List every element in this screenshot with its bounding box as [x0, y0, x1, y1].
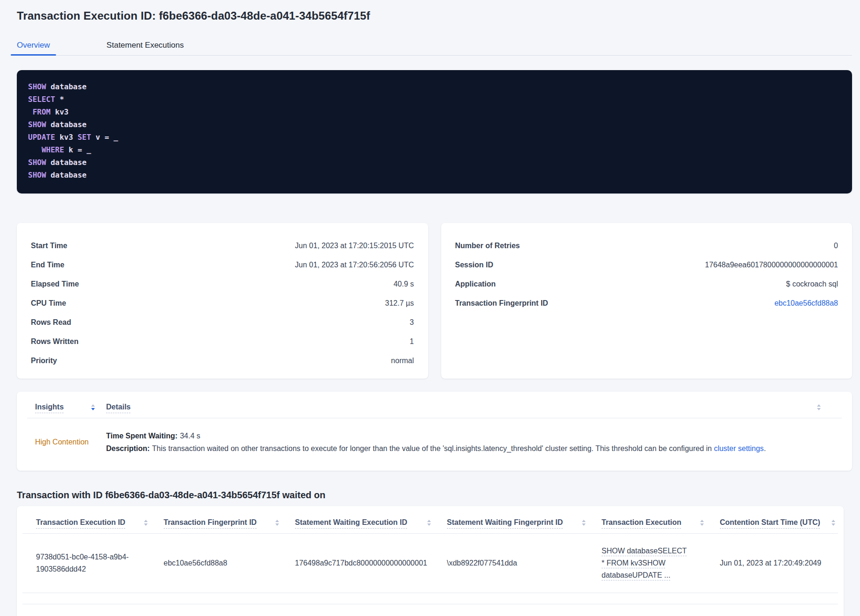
stat-value: 40.9 s: [394, 280, 414, 288]
stat-value: Jun 01, 2023 at 17:20:15:2015 UTC: [295, 242, 414, 250]
stat-value: 17648a9eea6017800000000000000001: [705, 261, 838, 269]
stat-value: normal: [391, 357, 414, 365]
sort-icon[interactable]: [427, 520, 431, 526]
details-column-label[interactable]: Details: [106, 403, 130, 411]
tab-statement-executions[interactable]: Statement Executions: [100, 35, 190, 55]
stat-label: Application: [455, 280, 496, 288]
waited-transactions-table: Transaction Execution IDTransaction Fing…: [22, 506, 838, 593]
column-header-label: Statement Waiting Fingerprint ID: [447, 518, 563, 527]
stat-label: Rows Read: [31, 318, 71, 327]
insight-details-cell: Time Spent Waiting:34.4 s Description:Th…: [106, 430, 834, 455]
waited-transactions-table-card: Transaction Execution IDTransaction Fing…: [17, 506, 844, 616]
insights-card: Insights Details High Contention Time Sp…: [17, 392, 852, 471]
sort-up-arrow: [582, 520, 586, 522]
insights-column-header[interactable]: Insights: [35, 403, 106, 411]
sql-statement-box: SHOW databaseSELECT * FROM kv3SHOW datab…: [17, 70, 852, 193]
cluster-settings-link[interactable]: cluster settings: [714, 444, 764, 452]
sort-up-arrow: [91, 404, 95, 407]
column-header-transaction-execution-id[interactable]: Transaction Execution ID: [22, 506, 164, 534]
high-contention-label: High Contention: [35, 438, 89, 446]
sql-token: [28, 107, 33, 116]
sql-token: v = _: [91, 133, 118, 142]
stat-row: End TimeJun 01, 2023 at 17:20:56:2056 UT…: [31, 255, 414, 274]
sort-icon[interactable]: [275, 520, 279, 526]
column-header-transaction-execution[interactable]: Transaction Execution: [602, 506, 720, 534]
sort-up-arrow: [817, 404, 821, 407]
sort-down-arrow: [427, 523, 431, 526]
time-spent-waiting-value: 34.4 s: [180, 432, 201, 440]
table-row: 9738d051-bc0e-4158-a9b4-1903586ddd42ebc1…: [22, 534, 838, 593]
sort-down-arrow: [817, 408, 821, 410]
sql-token: *: [55, 95, 64, 104]
tab-overview[interactable]: Overview: [11, 35, 56, 55]
sort-icon[interactable]: [817, 404, 821, 410]
column-header-label: Transaction Fingerprint ID: [164, 518, 257, 527]
stat-row: Start TimeJun 01, 2023 at 17:20:15:2015 …: [31, 236, 414, 255]
table-header-row: Transaction Execution IDTransaction Fing…: [22, 506, 838, 534]
tab-bar: OverviewStatement Executions: [11, 35, 852, 56]
description-label: Description:: [106, 444, 150, 452]
sql-token: database: [46, 120, 87, 129]
sql-token: kv3: [50, 107, 69, 116]
sort-up-arrow: [427, 520, 431, 522]
table-cell-transaction-execution-id: 9738d051-bc0e-4158-a9b4-1903586ddd42: [22, 534, 164, 593]
sort-icon[interactable]: [831, 520, 835, 526]
sql-token: UPDATE: [28, 133, 55, 142]
stat-label: Transaction Fingerprint ID: [455, 299, 548, 308]
sort-down-arrow: [700, 523, 704, 526]
stat-value: 1: [410, 337, 414, 346]
stat-label: Elapsed Time: [31, 280, 79, 288]
table-cell-transaction-fingerprint-id: ebc10ae56cfd88a8: [164, 534, 295, 593]
sql-token: [28, 145, 42, 154]
fingerprint-link[interactable]: ebc10ae56cfd88a8: [774, 299, 838, 308]
stat-row: CPU Time312.7 µs: [31, 294, 414, 313]
column-header-statement-waiting-execution-id[interactable]: Statement Waiting Execution ID: [295, 506, 447, 534]
sql-token: FROM: [33, 107, 51, 116]
stat-value: $ cockroach sql: [786, 280, 838, 288]
stat-label: CPU Time: [31, 299, 66, 308]
stat-label: Start Time: [31, 242, 67, 250]
column-header-inner: Transaction Fingerprint ID: [164, 518, 279, 527]
sql-token: SELECT: [28, 95, 55, 104]
sort-up-arrow: [275, 520, 279, 522]
sql-line: SHOW database: [28, 156, 841, 169]
sql-token: WHERE: [42, 145, 64, 154]
stat-row: Rows Read3: [31, 313, 414, 332]
column-header-statement-waiting-fingerprint-id[interactable]: Statement Waiting Fingerprint ID: [447, 506, 602, 534]
table-footer-spacer: [22, 593, 838, 604]
description-line: Description:This transaction waited on o…: [106, 442, 834, 455]
description-text: This transaction waited on other transac…: [152, 444, 714, 452]
insights-table-header: Insights Details: [27, 392, 842, 418]
sql-token: database: [46, 82, 87, 91]
sort-icon[interactable]: [700, 520, 704, 526]
transaction-details-page: Transaction Execution ID: f6be6366-da03-…: [0, 0, 860, 616]
sort-up-arrow: [831, 520, 835, 522]
sort-up-arrow: [700, 520, 704, 522]
stat-value: 3: [410, 318, 414, 327]
sort-icon[interactable]: [91, 404, 95, 410]
sort-icon[interactable]: [582, 520, 586, 526]
sort-icon[interactable]: [144, 520, 148, 526]
table-cell-statement-waiting-fingerprint-id: \xdb8922f077541dda: [447, 534, 602, 593]
sql-token: SHOW: [28, 158, 46, 167]
sort-down-arrow: [144, 523, 148, 526]
column-header-inner: Transaction Execution: [602, 518, 704, 527]
stat-value: 312.7 µs: [385, 299, 414, 308]
waited-section-heading: Transaction with ID f6be6366-da03-48de-a…: [17, 490, 852, 501]
stat-row: Transaction Fingerprint IDebc10ae56cfd88…: [455, 294, 838, 313]
transaction-execution-preview[interactable]: SHOW databaseSELECT * FROM kv3SHOW datab…: [602, 545, 689, 581]
column-header-inner: Contention Start Time (UTC): [720, 518, 835, 527]
sql-token: SHOW: [28, 82, 46, 91]
table-cell-statement-waiting-execution-id: 176498a9c717bdc80000000000000001: [295, 534, 447, 593]
sql-line: SELECT *: [28, 93, 841, 106]
sql-token: SHOW: [28, 120, 46, 129]
column-header-contention-start-time-utc[interactable]: Contention Start Time (UTC): [720, 506, 838, 534]
sql-token: k = _: [64, 145, 91, 154]
column-header-transaction-fingerprint-id[interactable]: Transaction Fingerprint ID: [164, 506, 295, 534]
stat-value: Jun 01, 2023 at 17:20:56:2056 UTC: [295, 261, 414, 269]
column-header-label: Transaction Execution: [602, 518, 681, 527]
stat-label: Number of Retries: [455, 242, 520, 250]
stat-label: Rows Written: [31, 337, 79, 346]
sort-down-arrow: [582, 523, 586, 526]
sql-token: database: [46, 158, 87, 167]
